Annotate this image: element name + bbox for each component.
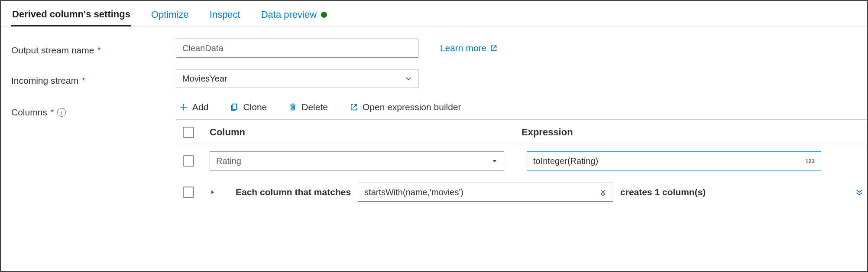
double-chevron-down-icon [855, 188, 864, 197]
row-checkbox[interactable] [183, 155, 194, 167]
required-marker: * [97, 46, 100, 55]
clone-button[interactable]: Clone [230, 102, 267, 112]
tab-bar: Derived column's settings Optimize Inspe… [1, 1, 867, 26]
required-marker: * [82, 76, 85, 85]
collapse-all-button[interactable] [855, 188, 864, 197]
row-checkbox[interactable] [183, 187, 194, 198]
expression-value: toInteger(Rating) [533, 156, 598, 166]
tab-settings[interactable]: Derived column's settings [11, 5, 131, 26]
incoming-stream-select[interactable]: MoviesYear [176, 69, 418, 88]
columns-table: Column Expression Rating [176, 119, 868, 202]
clone-button-label: Clone [243, 102, 267, 112]
table-header: Column Expression [176, 120, 868, 145]
learn-more-text: Learn more [440, 43, 486, 53]
tab-data-preview-label: Data preview [261, 9, 317, 20]
external-link-icon [490, 44, 498, 52]
trash-icon [288, 103, 297, 111]
required-marker: * [51, 108, 54, 117]
label-columns-text: Columns [11, 107, 47, 118]
info-icon[interactable]: i [57, 108, 66, 117]
chevron-down-icon [405, 75, 412, 82]
external-link-icon [350, 103, 358, 111]
open-expression-builder-button[interactable]: Open expression builder [350, 102, 461, 112]
columns-panel: Add Clone Delete [176, 99, 868, 202]
learn-more-link[interactable]: Learn more [440, 43, 498, 53]
select-all-checkbox[interactable] [183, 127, 194, 138]
expand-toggle[interactable] [210, 189, 236, 195]
copy-icon [230, 103, 239, 111]
column-name-select[interactable]: Rating [210, 151, 504, 170]
delete-button-label: Delete [301, 102, 328, 112]
match-expression-input[interactable]: startsWith(name,'movies') [358, 183, 613, 202]
columns-toolbar: Add Clone Delete [176, 99, 868, 119]
clear-expand-icon[interactable] [599, 188, 607, 196]
add-button-label: Add [192, 102, 208, 112]
add-button[interactable]: Add [179, 102, 208, 112]
match-prefix: Each column that matches [236, 187, 351, 197]
label-columns: Columns * i [11, 99, 176, 118]
column-name-value: Rating [216, 156, 241, 166]
chevron-right-icon [210, 189, 216, 195]
incoming-stream-value: MoviesYear [182, 74, 227, 84]
header-expression: Expression [521, 127, 833, 138]
match-expression-value: startsWith(name,'movies') [364, 187, 463, 197]
expression-input[interactable]: toInteger(Rating) 123 [527, 151, 821, 170]
match-suffix: creates 1 column(s) [620, 187, 706, 197]
label-output-stream: Output stream name * [11, 39, 176, 58]
plus-icon [179, 103, 188, 111]
label-incoming-stream: Incoming stream * [11, 69, 176, 88]
status-indicator-icon [321, 12, 327, 18]
label-incoming-stream-text: Incoming stream [11, 75, 78, 86]
output-stream-input[interactable] [176, 39, 418, 58]
table-row-match: Each column that matches startsWith(name… [176, 177, 868, 202]
tab-optimize[interactable]: Optimize [150, 6, 190, 26]
type-badge: 123 [805, 158, 815, 164]
header-column: Column [210, 127, 521, 138]
caret-down-icon [492, 158, 498, 164]
open-builder-label: Open expression builder [363, 102, 461, 112]
table-row: Rating toInteger(Rating) 123 [176, 145, 868, 177]
tab-data-preview[interactable]: Data preview [260, 6, 328, 26]
label-output-stream-text: Output stream name [11, 45, 94, 56]
tab-inspect[interactable]: Inspect [209, 6, 241, 26]
delete-button[interactable]: Delete [288, 102, 328, 112]
